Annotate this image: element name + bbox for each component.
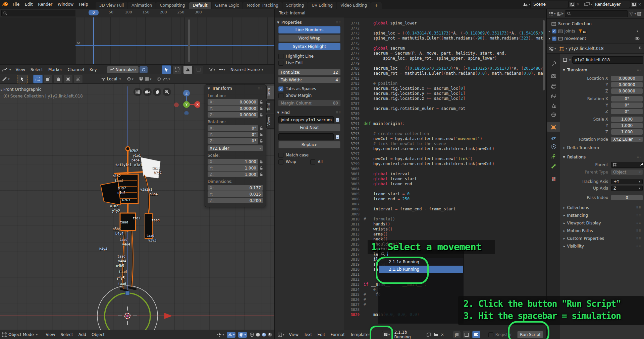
- outliner-scope-dropdown[interactable]: ▾: [557, 12, 564, 16]
- code-line-3802[interactable]: 3802 global frame_start: [344, 177, 544, 182]
- prop-field-z-5[interactable]: 0°: [611, 109, 643, 114]
- menu-item-edit[interactable]: Edit: [315, 332, 328, 337]
- tweak-tool-icon[interactable]: [162, 65, 171, 74]
- properties-tab-texture[interactable]: [547, 174, 560, 184]
- lock-icon[interactable]: [260, 113, 263, 117]
- scale-field-z[interactable]: Z:1.000: [208, 172, 258, 177]
- code-line-3811[interactable]: 3811 hands(): [344, 222, 544, 227]
- active-tool-cursor-button[interactable]: [17, 75, 28, 83]
- menu-item-edit[interactable]: Edit: [22, 2, 35, 7]
- current-frame-badge[interactable]: 0: [89, 10, 99, 15]
- filter-dropdown[interactable]: ▾: [209, 68, 215, 72]
- select-invert-icon[interactable]: [63, 75, 73, 83]
- properties-tab-world[interactable]: [547, 110, 560, 119]
- find-input[interactable]: joint.copper.y1o1.sacrum: [278, 116, 334, 123]
- lock-icon[interactable]: [260, 139, 263, 143]
- prop-field-rotation-x-3[interactable]: 0°: [611, 96, 643, 101]
- rotation-field-z[interactable]: Z:0°: [208, 138, 258, 144]
- workspace-tab-scripting[interactable]: Scripting: [282, 2, 308, 9]
- panel-grip[interactable]: ⠿⠿: [636, 237, 641, 240]
- code-line-3796[interactable]: 3796 bpy.context.scene.collection.childr…: [344, 146, 544, 151]
- collapse-icon[interactable]: ▾: [549, 37, 550, 40]
- select-extend-icon[interactable]: [43, 75, 53, 83]
- new-scene-icon[interactable]: [569, 2, 575, 7]
- section-viewport-display[interactable]: ▸Viewport Display⠿⠿: [560, 219, 644, 227]
- dimension-field-x[interactable]: X:0.177: [208, 185, 263, 191]
- parent-type-dropdown[interactable]: Object▾: [611, 170, 643, 175]
- pan-hand-icon[interactable]: [153, 88, 161, 96]
- dimension-field-z[interactable]: Z:0.200: [208, 198, 263, 203]
- prop-field-scale-x-6[interactable]: 1.000: [611, 117, 643, 122]
- replace-button[interactable]: Replace: [278, 141, 340, 148]
- wrap-checkbox[interactable]: Wrap: [278, 159, 296, 164]
- workspace-tab-3d-view-full[interactable]: 3D View Full: [96, 2, 128, 9]
- toolbar-expand-arrow[interactable]: ▸: [1, 88, 3, 92]
- code-scrollbar[interactable]: [543, 20, 545, 90]
- show-overlays-dropdown[interactable]: ▾: [227, 332, 236, 338]
- code-line-3795[interactable]: 3795 # link the newCol to the scene: [344, 141, 544, 146]
- eyedropper-icon[interactable]: [639, 163, 643, 166]
- code-line-3778[interactable]: 3778 spine_loc, spine_rot, spine_upper, …: [344, 56, 544, 61]
- grid-toggle-icon[interactable]: [133, 88, 142, 96]
- code-line-3807[interactable]: 3807: [344, 202, 544, 207]
- location-field-z[interactable]: Z:0.00000: [208, 112, 258, 118]
- show-margin-checkbox[interactable]: Show Margin: [278, 92, 340, 99]
- tracking-axis-dropdown[interactable]: +Y▾: [611, 179, 643, 184]
- select-intersect-icon[interactable]: [73, 75, 83, 83]
- editor-type-text-icon[interactable]: [278, 333, 282, 337]
- camera-view-icon[interactable]: [143, 88, 152, 96]
- auto-normalize-icon[interactable]: [140, 66, 148, 73]
- sidebar-tab-item[interactable]: Item: [266, 85, 274, 99]
- panel-grip[interactable]: ⠿⠿: [636, 229, 641, 232]
- lock-icon[interactable]: [260, 100, 263, 104]
- viewport-3d[interactable]: ▸ Front Orthographic (0) Scene Collectio…: [0, 84, 274, 330]
- prop-field-z-2[interactable]: 0.00000: [611, 88, 643, 94]
- properties-tab-view-layer[interactable]: [547, 91, 560, 100]
- new-text-icon[interactable]: [427, 333, 431, 337]
- prop-field-y-7[interactable]: 1.000: [611, 123, 643, 128]
- code-line-3806[interactable]: 3806 frame_end = 250: [344, 197, 544, 202]
- properties-tab-tool[interactable]: [547, 59, 560, 68]
- code-line-3798[interactable]: 3798 newCol = bpy.data.collections.new('…: [344, 156, 544, 161]
- workspace-tab-uv-editing[interactable]: UV Editing: [308, 2, 336, 9]
- box-select-icon[interactable]: [172, 65, 182, 74]
- properties-tab-render[interactable]: [547, 71, 560, 80]
- menu-item-view[interactable]: View: [13, 67, 28, 72]
- font-size-slider[interactable]: Font Size:12: [278, 69, 340, 75]
- axis-orientation-gizmo[interactable]: Z X Y: [173, 88, 200, 115]
- editor-type-graph-icon[interactable]: [2, 67, 8, 72]
- row-options-icon[interactable]: ▾: [637, 29, 638, 33]
- properties-tab-animation[interactable]: [547, 151, 560, 161]
- transform-section-header[interactable]: ▼Transform⠿⠿: [560, 66, 644, 74]
- code-line-3771[interactable]: 3771 global spine_lower: [344, 21, 544, 26]
- viewport-shading-modes[interactable]: [250, 332, 272, 337]
- pin-icon[interactable]: [638, 47, 642, 51]
- properties-tab-object-data[interactable]: [547, 161, 560, 171]
- properties-tab-physics[interactable]: [547, 133, 560, 143]
- replace-bookmark-icon[interactable]: [334, 134, 340, 140]
- open-file-icon[interactable]: [433, 333, 438, 337]
- code-line-3792[interactable]: 3792: [344, 126, 544, 131]
- code-line-3786[interactable]: 3786 sacrum.rig.location.z += sacrum_loc…: [344, 96, 544, 101]
- section-collections[interactable]: ▸Collections⠿⠿: [560, 204, 644, 211]
- pivot-dropdown[interactable]: ▾: [219, 67, 225, 72]
- menu-item-view[interactable]: View: [43, 332, 58, 337]
- find-bookmark-icon[interactable]: [334, 117, 340, 123]
- lock-icon[interactable]: [260, 166, 263, 170]
- outliner-search-input[interactable]: [565, 10, 628, 17]
- prop-field-z-8[interactable]: 1.000: [611, 129, 643, 135]
- add-workspace-tab[interactable]: +: [371, 2, 382, 9]
- tab-width-slider[interactable]: Tab Width:4: [278, 77, 340, 83]
- up-axis-dropdown[interactable]: Z▾: [611, 186, 643, 191]
- prop-field-y-1[interactable]: 0.00000: [611, 82, 643, 87]
- lock-icon[interactable]: [260, 107, 263, 111]
- code-line-3808[interactable]: 3808 interval = frame_end - frame_start: [344, 207, 544, 212]
- new-layer-icon[interactable]: [631, 2, 637, 7]
- relations-section-header[interactable]: ▼Relations⠿⠿: [560, 153, 644, 161]
- menu-item-channel[interactable]: Channel: [65, 67, 87, 72]
- panel-grip[interactable]: ⠿⠿: [636, 245, 641, 248]
- object-name-input[interactable]: y1y2.link.left.018: [572, 56, 643, 64]
- transform-panel-header[interactable]: ▼ Transform ⠿⠿: [205, 85, 266, 92]
- code-line-3810[interactable]: 3810# formula(): [344, 217, 544, 222]
- render-layer-name[interactable]: RenderLayer: [593, 2, 629, 7]
